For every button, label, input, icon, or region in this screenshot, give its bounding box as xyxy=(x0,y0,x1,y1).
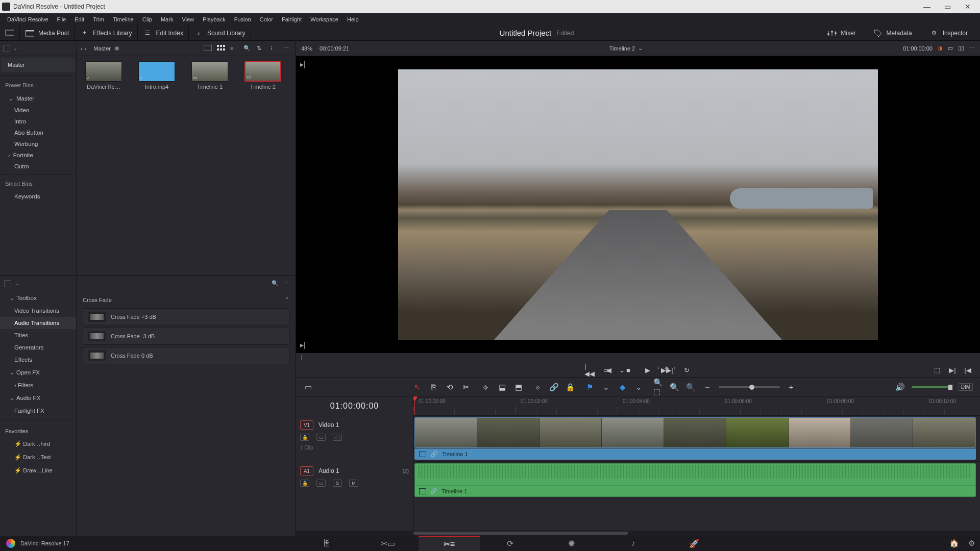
bypass-grade-icon[interactable]: ◑ xyxy=(938,45,943,52)
flag-icon[interactable]: ⚑ xyxy=(585,383,595,392)
track-mute-button[interactable]: M xyxy=(349,480,358,487)
power-bin-video[interactable]: Video xyxy=(0,105,76,116)
cat-open-fx[interactable]: Open FX xyxy=(0,366,76,379)
custom-zoom-icon[interactable]: 🔍 xyxy=(686,383,696,392)
zoom-in-button[interactable]: + xyxy=(786,383,796,392)
page-edit[interactable]: ✂≡ xyxy=(419,536,480,551)
track-lock-icon[interactable]: 🔒 xyxy=(300,434,309,441)
power-bin-intro[interactable]: Intro xyxy=(0,116,76,127)
track-auto-select-icon[interactable]: ▭ xyxy=(316,434,326,441)
page-media[interactable]: 🗄 xyxy=(296,536,357,551)
go-start-button[interactable]: |◀◀ xyxy=(584,365,595,375)
cat-audio-transitions[interactable]: Audio Transitions xyxy=(0,317,76,329)
full-extent-button[interactable]: ⬚ xyxy=(932,365,942,375)
audio-track-tag[interactable]: A1 xyxy=(300,466,313,475)
playhead[interactable] xyxy=(414,396,415,415)
timeline-ruler[interactable]: 01:00:00:00 01:00:02:00 01:00:04:00 01:0… xyxy=(413,396,980,416)
sound-library-toggle[interactable]: ♪ Sound Library xyxy=(189,26,251,40)
track-auto-select-icon[interactable]: ▭ xyxy=(316,480,326,487)
video-clip[interactable] xyxy=(414,417,976,448)
menu-trim[interactable]: Trim xyxy=(89,15,108,24)
window-minimize-button[interactable]: — xyxy=(917,0,937,13)
track-solo-button[interactable]: S xyxy=(333,480,342,487)
overlay-dropdown-icon[interactable]: ⌄ xyxy=(617,365,627,375)
menu-edit[interactable]: Edit xyxy=(70,15,88,24)
viewer-zoom[interactable]: 48% xyxy=(301,45,312,52)
nav-back-button[interactable]: ‹ xyxy=(81,45,83,52)
flag-dropdown-icon[interactable]: ⌄ xyxy=(601,383,611,392)
single-viewer-icon[interactable]: ▭ xyxy=(948,45,953,52)
detail-zoom-icon[interactable]: 🔍 xyxy=(670,383,680,392)
favorite-item[interactable]: ⚡ Draw…Line xyxy=(0,464,76,477)
power-bin-abo-button[interactable]: Abo Button xyxy=(0,127,76,138)
window-close-button[interactable]: ✕ xyxy=(958,0,978,13)
track-disable-icon[interactable]: ▢ xyxy=(333,434,342,441)
zoom-slider[interactable] xyxy=(719,386,780,388)
metadata-toggle[interactable]: Metadata xyxy=(868,30,917,37)
replace-clip-icon[interactable]: ⬒ xyxy=(513,383,524,392)
menu-file[interactable]: File xyxy=(53,15,70,24)
menu-clip[interactable]: Clip xyxy=(138,15,156,24)
page-color[interactable]: ✺ xyxy=(541,536,602,551)
speaker-icon[interactable]: 🔊 xyxy=(895,383,905,392)
timeline-scrollbar[interactable] xyxy=(296,531,980,536)
menu-mark[interactable]: Mark xyxy=(157,15,177,24)
fx-crossfade-minus3[interactable]: Cross Fade -3 dB xyxy=(83,328,289,345)
bin-list-toggle-icon[interactable] xyxy=(3,45,10,52)
cat-toolbox[interactable]: Toolbox xyxy=(0,291,76,305)
next-clip-button[interactable]: ▶| xyxy=(947,365,958,375)
timeline-body[interactable]: 01:00:00:00 01:00:02:00 01:00:04:00 01:0… xyxy=(413,396,980,531)
prev-edit-button[interactable]: ‹ xyxy=(657,365,659,375)
link-icon[interactable]: 🔗 xyxy=(549,383,559,392)
blade-tool-icon[interactable]: ✂ xyxy=(461,383,472,392)
view-strip-icon[interactable] xyxy=(204,45,212,52)
project-settings-button[interactable]: ⚙ xyxy=(963,539,980,548)
menu-help[interactable]: Help xyxy=(343,15,363,24)
zoom-to-fit-icon[interactable]: 🔍⬚ xyxy=(653,383,664,392)
menu-fairlight[interactable]: Fairlight xyxy=(278,15,306,24)
menu-workspace[interactable]: Workspace xyxy=(306,15,342,24)
power-bin-master[interactable]: Master xyxy=(0,92,76,105)
timeline-timecode[interactable]: 01:00:00:00 xyxy=(296,396,413,416)
favorite-item[interactable]: ⚡ Dark…hird xyxy=(0,437,76,450)
clip-item-selected[interactable]: ▭ Timeline 2 xyxy=(241,61,285,270)
menu-view[interactable]: View xyxy=(178,15,198,24)
chevron-down-icon[interactable]: ⌄ xyxy=(13,45,17,51)
cat-audio-fx[interactable]: Audio FX xyxy=(0,391,76,405)
monitor-toggle[interactable] xyxy=(0,26,20,40)
marker-icon[interactable]: ◆ xyxy=(618,383,628,392)
clip-item[interactable]: ♪ DaVinci Re… xyxy=(82,61,126,270)
track-lock-icon[interactable]: 🔒 xyxy=(300,480,309,487)
monitor-volume-slider[interactable] xyxy=(912,386,952,388)
viewer-options-icon[interactable]: ⋯ xyxy=(969,45,975,52)
favorite-item[interactable]: ⚡ Dark…Text xyxy=(0,450,76,464)
cat-titles[interactable]: Titles xyxy=(0,329,76,341)
fx-list-toggle-icon[interactable] xyxy=(4,280,11,287)
view-grid-icon[interactable] xyxy=(217,45,225,52)
viewer-scrubber[interactable] xyxy=(296,353,980,362)
view-list-icon[interactable]: ≡ xyxy=(230,45,238,52)
media-pool-toggle[interactable]: Media Pool xyxy=(20,26,75,40)
marker-dropdown-icon[interactable]: ⌄ xyxy=(634,383,644,392)
timeline-name[interactable]: Timeline 2 xyxy=(609,45,635,52)
home-button[interactable]: 🏠 xyxy=(945,539,963,548)
options-icon[interactable]: ⋯ xyxy=(283,45,291,52)
timeline-view-options-icon[interactable]: ▭ xyxy=(303,383,313,392)
nav-forward-button[interactable]: › xyxy=(85,45,87,52)
page-cut[interactable]: ✂▭ xyxy=(357,536,419,551)
dual-viewer-icon[interactable]: ▯▯ xyxy=(958,45,964,52)
power-bin-outro[interactable]: Outro xyxy=(0,161,76,172)
video-track-tag[interactable]: V1 xyxy=(300,420,313,430)
power-bin-fortnite[interactable]: Fortnite xyxy=(0,149,76,161)
menu-playback[interactable]: Playback xyxy=(199,15,230,24)
audio-track[interactable]: 🔗 Timeline 1 xyxy=(413,462,980,498)
mixer-toggle[interactable]: Mixer xyxy=(822,30,861,37)
fx-crossfade-0[interactable]: Cross Fade 0 dB xyxy=(83,347,289,364)
inspector-toggle[interactable]: ⚙ Inspector xyxy=(924,30,973,37)
chevron-down-icon[interactable]: ⌄ xyxy=(638,45,643,52)
snapping-icon[interactable]: ⟐ xyxy=(533,383,543,392)
page-fusion[interactable]: ⟳ xyxy=(480,536,541,551)
filter-icon[interactable]: ⫶ xyxy=(270,45,278,52)
overwrite-clip-icon[interactable]: ⬓ xyxy=(497,383,507,392)
window-maximize-button[interactable]: ▭ xyxy=(937,0,958,13)
